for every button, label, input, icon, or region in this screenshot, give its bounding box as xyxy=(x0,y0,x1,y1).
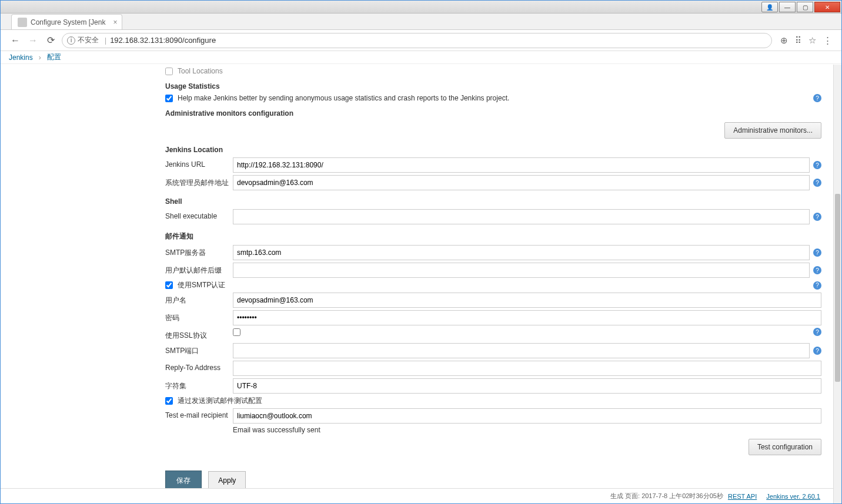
use-smtp-auth-checkbox[interactable] xyxy=(165,281,173,289)
content-area: Tool Locations Usage Statistics Help mak… xyxy=(1,65,833,503)
shell-exec-row: Shell executable ? xyxy=(165,209,833,224)
smtp-server-row: SMTP服务器 ? xyxy=(165,245,833,260)
help-icon[interactable]: ? xyxy=(813,213,821,221)
username-label: 用户名 xyxy=(165,293,233,305)
tool-locations-row: Tool Locations xyxy=(165,67,833,75)
bookmark-star-icon[interactable]: ☆ xyxy=(808,35,816,46)
sent-ok-msg: Email was successfully sent xyxy=(233,426,320,434)
translate-icon[interactable]: ⠿ xyxy=(795,35,801,46)
use-smtp-auth-label: 使用SMTP认证 xyxy=(178,280,810,290)
favicon-icon xyxy=(18,18,27,27)
reply-to-input[interactable] xyxy=(233,361,821,376)
help-icon[interactable]: ? xyxy=(813,179,821,187)
back-icon[interactable]: ← xyxy=(10,35,21,46)
password-input[interactable] xyxy=(233,310,821,325)
reply-to-row: Reply-To Address xyxy=(165,361,833,376)
footer-gen-time: 生成 页面: 2017-7-8 上午02时36分05秒 xyxy=(610,492,723,500)
test-recipient-input[interactable] xyxy=(233,408,821,424)
tool-locations-label: Tool Locations xyxy=(178,67,223,75)
maximize-button[interactable]: ▢ xyxy=(797,2,813,12)
use-ssl-label: 使用SSL协议 xyxy=(165,328,233,341)
footer-version[interactable]: Jenkins ver. 2.60.1 xyxy=(766,493,820,500)
password-label: 密码 xyxy=(165,310,233,323)
tab-close-icon[interactable]: × xyxy=(113,18,117,26)
admin-email-row: 系统管理员邮件地址 ? xyxy=(165,175,833,190)
usage-stats-checkbox[interactable] xyxy=(165,95,173,102)
default-suffix-input[interactable] xyxy=(233,263,810,278)
address-separator: | xyxy=(105,36,106,45)
charset-row: 字符集 xyxy=(165,378,833,394)
scrollbar[interactable] xyxy=(833,65,841,503)
shell-exec-label: Shell executable xyxy=(165,209,233,220)
test-recipient-label: Test e-mail recipient xyxy=(165,408,233,419)
apply-button[interactable]: Apply xyxy=(208,471,246,490)
admin-email-label: 系统管理员邮件地址 xyxy=(165,175,233,188)
admin-monitors-btn-row: Administrative monitors... xyxy=(165,122,833,139)
insecure-label: 不安全 xyxy=(78,35,99,45)
tool-locations-checkbox[interactable] xyxy=(165,68,173,75)
usage-stats-title: Usage Statistics xyxy=(165,82,833,90)
help-icon[interactable]: ? xyxy=(813,266,821,274)
menu-icon[interactable]: ⋮ xyxy=(823,35,832,46)
breadcrumb-current[interactable]: 配置 xyxy=(47,52,61,62)
smtp-server-label: SMTP服务器 xyxy=(165,245,233,258)
test-config-row: Test configuration xyxy=(165,439,833,455)
jenkins-url-input[interactable] xyxy=(233,157,810,173)
test-configuration-button[interactable]: Test configuration xyxy=(749,439,821,455)
reply-to-label: Reply-To Address xyxy=(165,361,233,372)
charset-input[interactable] xyxy=(233,378,821,394)
tab-title: Configure System [Jenk xyxy=(31,18,105,26)
scrollbar-thumb[interactable] xyxy=(835,194,840,382)
window-frame: 👤 — ▢ ✕ Configure System [Jenk × ← → ⟳ i… xyxy=(0,0,842,504)
footer-rest-api[interactable]: REST API xyxy=(728,493,757,500)
breadcrumb-root[interactable]: Jenkins xyxy=(9,53,33,62)
url-text: 192.168.32.131:8090/configure xyxy=(110,36,767,45)
default-suffix-label: 用户默认邮件后缀 xyxy=(165,263,233,275)
use-ssl-row: 使用SSL协议 ? xyxy=(165,328,833,341)
help-icon[interactable]: ? xyxy=(813,94,821,102)
admin-email-input[interactable] xyxy=(233,175,810,190)
browser-tab[interactable]: Configure System [Jenk × xyxy=(11,14,122,29)
test-recipient-row: Test e-mail recipient xyxy=(165,408,833,424)
user-icon[interactable]: 👤 xyxy=(761,2,778,12)
test-send-checkbox[interactable] xyxy=(165,397,173,405)
admin-monitors-title: Administrative monitors configuration xyxy=(165,109,833,117)
help-icon[interactable]: ? xyxy=(813,347,821,355)
reload-icon[interactable]: ⟳ xyxy=(45,35,56,46)
minimize-button[interactable]: — xyxy=(779,2,796,12)
titlebar-buttons: 👤 — ▢ ✕ xyxy=(761,1,841,12)
default-suffix-row: 用户默认邮件后缀 ? xyxy=(165,263,833,278)
footer-bar: 生成 页面: 2017-7-8 上午02时36分05秒 REST API Jen… xyxy=(1,488,833,503)
sent-ok-row: Email was successfully sent xyxy=(165,426,833,434)
jenkins-location-title: Jenkins Location xyxy=(165,146,833,154)
os-titlebar: 👤 — ▢ ✕ xyxy=(1,1,841,14)
shell-title: Shell xyxy=(165,197,833,206)
address-bar[interactable]: i 不安全 | 192.168.32.131:8090/configure xyxy=(62,33,772,48)
shell-exec-input[interactable] xyxy=(233,209,810,224)
help-icon[interactable]: ? xyxy=(813,161,821,169)
help-icon[interactable]: ? xyxy=(813,328,821,336)
usage-stats-row: Help make Jenkins better by sending anon… xyxy=(165,94,833,102)
close-button[interactable]: ✕ xyxy=(814,2,840,12)
help-icon[interactable]: ? xyxy=(813,281,821,290)
smtp-port-input[interactable] xyxy=(233,343,810,358)
forward-icon: → xyxy=(28,35,38,46)
smtp-server-input[interactable] xyxy=(233,245,810,260)
info-icon: i xyxy=(67,36,75,45)
zoom-icon[interactable]: ⊕ xyxy=(780,35,788,46)
smtp-port-row: SMTP端口 ? xyxy=(165,343,833,358)
tab-strip: Configure System [Jenk × xyxy=(1,14,841,30)
help-icon[interactable]: ? xyxy=(813,248,821,257)
insecure-badge[interactable]: i 不安全 xyxy=(67,35,99,45)
mail-title: 邮件通知 xyxy=(165,231,833,241)
use-ssl-checkbox[interactable] xyxy=(233,328,240,336)
admin-monitors-button[interactable]: Administrative monitors... xyxy=(724,122,821,139)
test-send-label: 通过发送测试邮件测试配置 xyxy=(178,396,262,406)
omnibox-row: ← → ⟳ i 不安全 | 192.168.32.131:8090/config… xyxy=(1,30,841,51)
usage-stats-label: Help make Jenkins better by sending anon… xyxy=(178,94,810,102)
smtp-port-label: SMTP端口 xyxy=(165,343,233,356)
use-smtp-auth-row: 使用SMTP认证 ? xyxy=(165,280,833,290)
password-row: 密码 xyxy=(165,310,833,325)
browser-right-icons: ⊕ ⠿ ☆ ⋮ xyxy=(777,35,836,46)
username-input[interactable] xyxy=(233,293,821,308)
